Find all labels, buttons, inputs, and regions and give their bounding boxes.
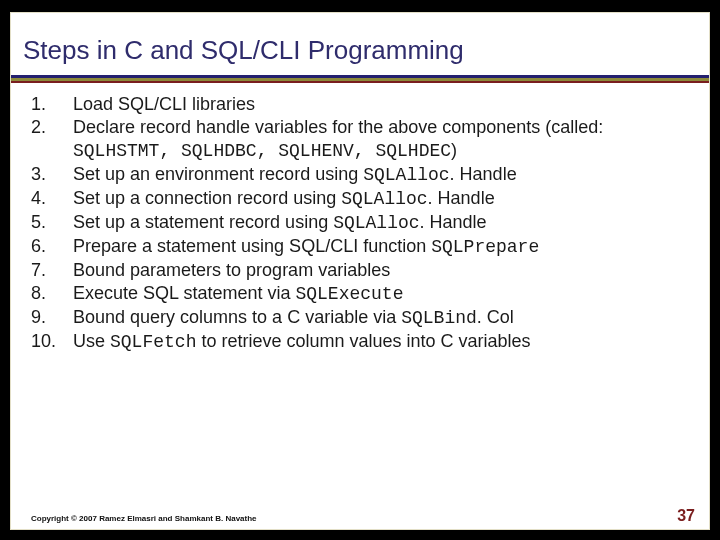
list-item: 9.Bound query columns to a C variable vi… — [31, 306, 689, 330]
code-span: SQLBind — [401, 308, 477, 328]
list-item-number: 1. — [31, 93, 73, 116]
code-span: SQLAlloc — [363, 165, 449, 185]
text-span: . Handle — [450, 164, 517, 184]
slide-body: 1.Load SQL/CLI libraries2.Declare record… — [31, 93, 689, 499]
code-span: SQLAlloc — [341, 189, 427, 209]
title-divider — [11, 75, 709, 83]
list-item-text: Execute SQL statement via SQLExecute — [73, 282, 689, 306]
slide: Steps in C and SQL/CLI Programming 1.Loa… — [10, 12, 710, 530]
code-span: SQLHSTMT, SQLHDBC, SQLHENV, SQLHDEC — [73, 141, 451, 161]
list-item-text: Prepare a statement using SQL/CLI functi… — [73, 235, 689, 259]
list-item-text: Bound parameters to program variables — [73, 259, 689, 282]
list-item: 2.Declare record handle variables for th… — [31, 116, 689, 163]
list-item-text: Declare record handle variables for the … — [73, 116, 689, 163]
text-span: Set up a statement record using — [73, 212, 333, 232]
list-item-number: 5. — [31, 211, 73, 235]
title-area: Steps in C and SQL/CLI Programming — [11, 33, 709, 93]
list-item-number: 6. — [31, 235, 73, 259]
code-span: SQLExecute — [295, 284, 403, 304]
list-item: 8.Execute SQL statement via SQLExecute — [31, 282, 689, 306]
text-span: Execute SQL statement via — [73, 283, 295, 303]
text-span: . Handle — [428, 188, 495, 208]
list-item: 3.Set up an environment record using SQL… — [31, 163, 689, 187]
text-span: . Handle — [420, 212, 487, 232]
list-item-text: Load SQL/CLI libraries — [73, 93, 689, 116]
text-span: Set up a connection record using — [73, 188, 341, 208]
text-span: Bound parameters to program variables — [73, 260, 390, 280]
list-item-number: 8. — [31, 282, 73, 306]
page-number: 37 — [677, 507, 695, 525]
list-item-number: 4. — [31, 187, 73, 211]
list-item-number: 7. — [31, 259, 73, 282]
list-item-text: Set up a statement record using SQLAlloc… — [73, 211, 689, 235]
list-item-text: Bound query columns to a C variable via … — [73, 306, 689, 330]
list-item-text: Set up a connection record using SQLAllo… — [73, 187, 689, 211]
list-item-number: 10. — [31, 330, 73, 354]
text-span: Prepare a statement using SQL/CLI functi… — [73, 236, 431, 256]
list-item-number: 9. — [31, 306, 73, 330]
list-item: 7.Bound parameters to program variables — [31, 259, 689, 282]
text-span: Bound query columns to a C variable via — [73, 307, 401, 327]
list-item: 6.Prepare a statement using SQL/CLI func… — [31, 235, 689, 259]
text-span: Set up an environment record using — [73, 164, 363, 184]
list-item-number: 3. — [31, 163, 73, 187]
divider-bar-maroon — [11, 81, 709, 83]
slide-title: Steps in C and SQL/CLI Programming — [11, 33, 709, 72]
list-item-text: Set up an environment record using SQLAl… — [73, 163, 689, 187]
list-item: 4.Set up a connection record using SQLAl… — [31, 187, 689, 211]
list-item: 1.Load SQL/CLI libraries — [31, 93, 689, 116]
step-list: 1.Load SQL/CLI libraries2.Declare record… — [31, 93, 689, 354]
text-span: ) — [451, 140, 457, 160]
text-span: Use — [73, 331, 110, 351]
code-span: SQLAlloc — [333, 213, 419, 233]
text-span: Load SQL/CLI libraries — [73, 94, 255, 114]
text-span: . Col — [477, 307, 514, 327]
code-span: SQLPrepare — [431, 237, 539, 257]
text-span: to retrieve column values into C variabl… — [196, 331, 530, 351]
list-item-text: Use SQLFetch to retrieve column values i… — [73, 330, 689, 354]
copyright-text: Copyright © 2007 Ramez Elmasri and Shamk… — [31, 514, 257, 523]
list-item: 5.Set up a statement record using SQLAll… — [31, 211, 689, 235]
list-item: 10.Use SQLFetch to retrieve column value… — [31, 330, 689, 354]
list-item-number: 2. — [31, 116, 73, 163]
text-span: Declare record handle variables for the … — [73, 117, 603, 137]
code-span: SQLFetch — [110, 332, 196, 352]
